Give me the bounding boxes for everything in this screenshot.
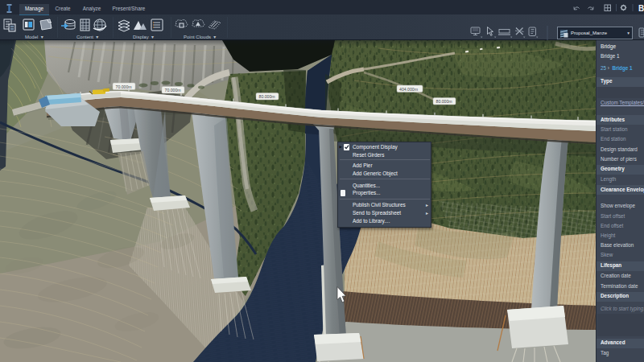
svg-text:B: B xyxy=(638,4,644,13)
